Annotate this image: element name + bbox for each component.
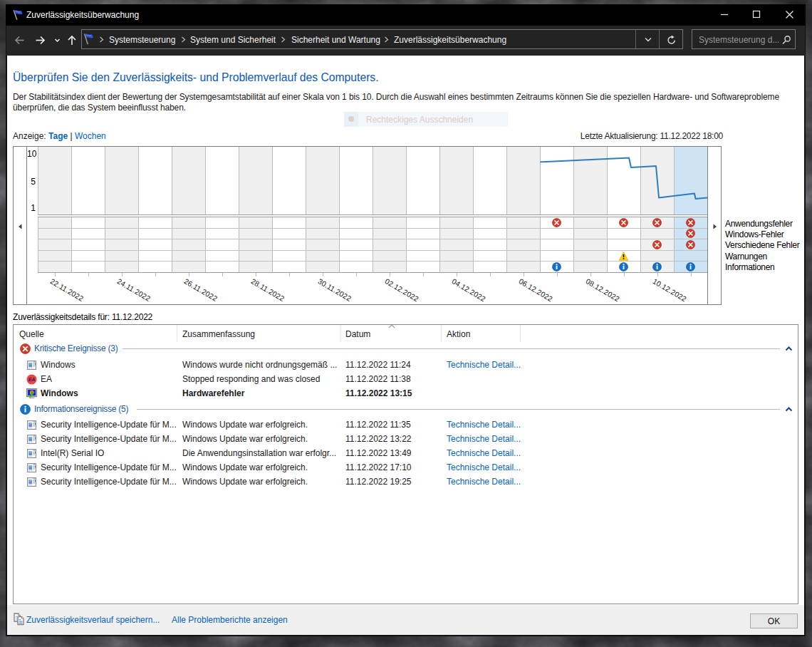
svg-text:EA: EA xyxy=(28,376,36,381)
